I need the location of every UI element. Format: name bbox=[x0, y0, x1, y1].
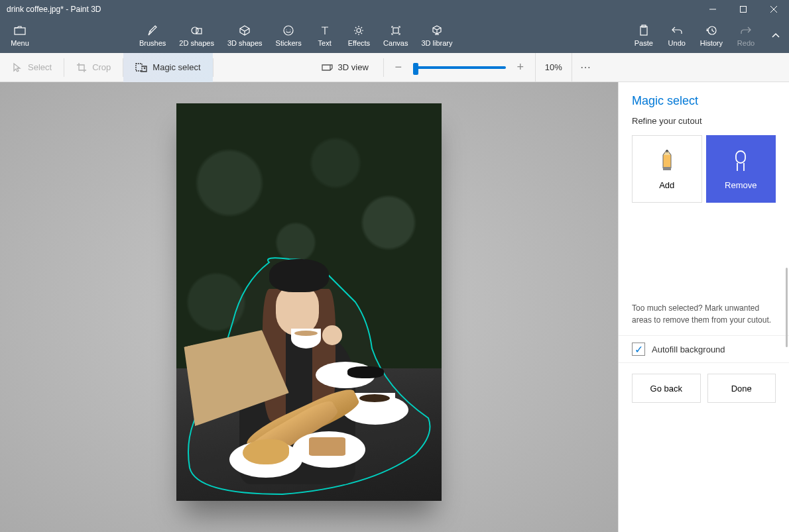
canvas-icon bbox=[390, 25, 402, 36]
eraser-icon bbox=[731, 148, 750, 174]
cursor-icon bbox=[12, 62, 23, 73]
magic-select-label: Magic select bbox=[152, 62, 200, 72]
image-coffee-cup bbox=[354, 393, 395, 416]
svg-rect-15 bbox=[736, 151, 745, 163]
redo-label: Redo bbox=[737, 39, 755, 47]
sidebar-hint: Too much selected? Mark unwanted areas t… bbox=[619, 203, 789, 335]
magic-select-icon bbox=[135, 62, 147, 73]
zoom-percent[interactable]: 10% bbox=[535, 53, 572, 82]
undo-button[interactable]: Undo bbox=[660, 19, 694, 53]
svg-rect-14 bbox=[663, 167, 671, 170]
undo-label: Undo bbox=[668, 39, 686, 47]
effects-button[interactable]: Effects bbox=[341, 19, 377, 53]
3d-shapes-label: 3D shapes bbox=[227, 39, 263, 47]
3d-library-label: 3D library bbox=[421, 39, 452, 47]
sidebar-panel: Magic select Refine your cutout Add Remo… bbox=[618, 82, 789, 532]
3d-view-icon bbox=[321, 63, 333, 72]
3d-library-icon bbox=[431, 25, 443, 36]
history-button[interactable]: History bbox=[694, 19, 729, 53]
zoom-out-button[interactable]: − bbox=[391, 60, 406, 74]
history-icon bbox=[705, 25, 717, 36]
main-area: Magic select Refine your cutout Add Remo… bbox=[0, 82, 789, 532]
redo-button: Redo bbox=[729, 19, 762, 53]
select-label: Select bbox=[28, 62, 52, 72]
folder-icon bbox=[14, 25, 26, 36]
redo-icon bbox=[740, 25, 752, 36]
go-back-button[interactable]: Go back bbox=[632, 374, 701, 403]
text-icon bbox=[320, 25, 330, 36]
stickers-button[interactable]: Stickers bbox=[269, 19, 308, 53]
image-croissant bbox=[243, 439, 289, 464]
zoom-slider[interactable] bbox=[413, 66, 506, 69]
remove-button[interactable]: Remove bbox=[706, 135, 776, 203]
paste-label: Paste bbox=[635, 39, 653, 47]
zoom-thumb[interactable] bbox=[413, 63, 418, 75]
refine-buttons: Add Remove bbox=[619, 135, 789, 203]
done-label: Done bbox=[731, 384, 752, 394]
paste-icon bbox=[638, 25, 649, 36]
minimize-button[interactable] bbox=[698, 0, 728, 19]
canvas-image[interactable] bbox=[176, 103, 442, 501]
svg-rect-4 bbox=[15, 28, 25, 34]
autofill-label: Autofill background bbox=[652, 345, 725, 354]
image-sunglasses bbox=[347, 366, 384, 378]
svg-rect-10 bbox=[640, 27, 647, 35]
2d-shapes-label: 2D shapes bbox=[179, 39, 214, 47]
svg-rect-1 bbox=[741, 7, 747, 13]
action-row: Go back Done bbox=[619, 363, 789, 413]
sidebar-title: Magic select bbox=[619, 82, 789, 113]
stickers-icon bbox=[282, 25, 294, 36]
stickers-label: Stickers bbox=[276, 39, 302, 47]
canvas-button[interactable]: Canvas bbox=[377, 19, 414, 53]
go-back-label: Go back bbox=[650, 384, 682, 394]
history-label: History bbox=[700, 39, 723, 47]
crop-icon bbox=[76, 62, 87, 73]
undo-icon bbox=[671, 25, 683, 36]
effects-icon bbox=[353, 25, 365, 36]
zoom-in-button[interactable]: + bbox=[513, 60, 528, 74]
3d-view-label: 3D view bbox=[338, 62, 369, 72]
3d-shapes-button[interactable]: 3D shapes bbox=[221, 19, 269, 53]
image-cake bbox=[309, 437, 345, 456]
svg-point-8 bbox=[357, 28, 361, 32]
menu-button[interactable]: Menu bbox=[0, 19, 40, 53]
ribbon: Menu Brushes 2D shapes 3D shapes Sticker… bbox=[0, 19, 789, 53]
add-button[interactable]: Add bbox=[632, 135, 702, 203]
paste-button[interactable]: Paste bbox=[627, 19, 660, 53]
svg-rect-9 bbox=[393, 28, 398, 33]
effects-label: Effects bbox=[348, 39, 370, 47]
canvas-label: Canvas bbox=[383, 39, 408, 47]
brushes-button[interactable]: Brushes bbox=[133, 19, 172, 53]
crop-label: Crop bbox=[92, 62, 111, 72]
text-button[interactable]: Text bbox=[308, 19, 341, 53]
maximize-button[interactable] bbox=[728, 0, 759, 19]
autofill-checkbox[interactable]: ✓ bbox=[632, 343, 645, 356]
toolbar: Select Crop Magic select 3D view − + 10%… bbox=[0, 53, 789, 82]
close-button[interactable] bbox=[759, 0, 789, 19]
add-label: Add bbox=[659, 180, 674, 190]
remove-label: Remove bbox=[725, 180, 757, 190]
svg-point-7 bbox=[284, 26, 293, 35]
window-title: drink coffee.jpg* - Paint 3D bbox=[7, 5, 698, 14]
svg-rect-13 bbox=[136, 64, 142, 71]
zoom-control: − + bbox=[384, 60, 535, 74]
collapse-panel-button[interactable] bbox=[762, 32, 789, 39]
3d-shapes-icon bbox=[239, 25, 251, 36]
crop-tool: Crop bbox=[64, 53, 123, 82]
autofill-row[interactable]: ✓ Autofill background bbox=[619, 335, 789, 363]
more-button[interactable]: ⋯ bbox=[572, 53, 600, 82]
title-bar: drink coffee.jpg* - Paint 3D bbox=[0, 0, 789, 19]
scrollbar[interactable] bbox=[786, 268, 788, 347]
3d-library-button[interactable]: 3D library bbox=[414, 19, 459, 53]
2d-shapes-button[interactable]: 2D shapes bbox=[172, 19, 221, 53]
refine-label: Refine your cutout bbox=[619, 113, 789, 135]
chevron-up-icon bbox=[771, 32, 780, 39]
magic-select-tool[interactable]: Magic select bbox=[123, 53, 212, 82]
done-button[interactable]: Done bbox=[707, 374, 776, 403]
canvas-viewport[interactable] bbox=[0, 82, 618, 532]
3d-view-button[interactable]: 3D view bbox=[306, 53, 383, 82]
pencil-icon bbox=[658, 148, 676, 174]
text-label: Text bbox=[318, 39, 332, 47]
brushes-label: Brushes bbox=[139, 39, 166, 47]
2d-shapes-icon bbox=[191, 25, 203, 36]
